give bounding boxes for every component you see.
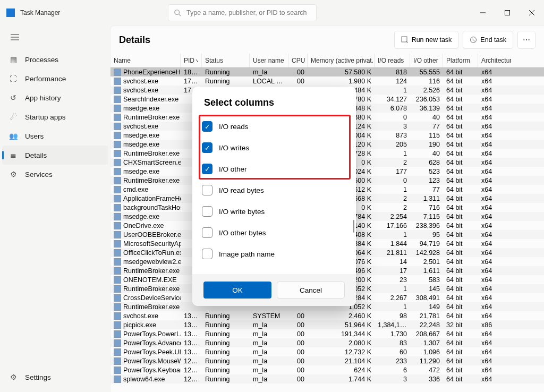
cell-name: msedge.exe (110, 132, 181, 139)
cell-io-reads: 98 (375, 312, 410, 320)
table-row[interactable]: PowerToys.Keyboard...12904Runningm_la006… (110, 365, 544, 374)
cell-platform: 64 bit (443, 69, 478, 76)
minimize-button[interactable] (471, 1, 495, 24)
cell-platform: 64 bit (443, 258, 478, 266)
table-row[interactable]: svchost.exe17072RunningLOCAL SE...001,98… (110, 76, 544, 86)
table-row[interactable]: msedge.exe3,120 K20519064 bitx64 (110, 140, 544, 149)
cell-platform: 64 bit (443, 78, 478, 85)
table-row[interactable]: msedge.exe37,004 K87311564 bitx64 (110, 131, 544, 140)
table-row[interactable]: RuntimeBroker.exe728 K14064 bitx64 (110, 149, 544, 158)
col-pid[interactable]: PID (181, 54, 202, 67)
close-button[interactable] (520, 1, 544, 24)
col-status[interactable]: Status (202, 54, 250, 67)
col-io-reads[interactable]: I/O reads (375, 54, 410, 67)
cell-pid: 13220 (181, 321, 202, 329)
table-row[interactable]: RuntimeBroker.exe1,500 K012364 bitx64 (110, 176, 544, 185)
maximize-button[interactable] (495, 1, 520, 24)
col-user[interactable]: User name (250, 54, 288, 67)
cell-io-other: 1,096 (410, 348, 443, 356)
cell-memory: 37,284 K (308, 294, 375, 302)
cell-io-other: 94,719 (410, 240, 443, 248)
nav-services[interactable]: ⚙Services (0, 165, 110, 184)
cell-name: splwow64.exe (110, 376, 181, 383)
cell-cpu: 00 (288, 357, 308, 365)
table-row[interactable]: SearchIndexer.exe26,780 K34,127236,05364… (110, 95, 544, 104)
col-name[interactable]: Name (110, 54, 181, 67)
cell-io-other: 21,781 (410, 312, 443, 320)
table-row[interactable]: splwow64.exe12856Runningm_la001,744 K333… (110, 374, 544, 384)
col-memory[interactable]: Memory (active privat... (308, 54, 375, 67)
table-row[interactable]: PowerToys.PowerLa...13112Runningm_la0019… (110, 329, 544, 338)
cell-io-other: 40 (410, 150, 443, 157)
more-icon: ⋯ (523, 36, 531, 44)
table-row[interactable]: picpick.exe13220Runningm_la0051,964 K1,3… (110, 320, 544, 329)
cell-io-other: 36,139 (410, 105, 443, 112)
process-icon (114, 357, 121, 365)
cell-io-reads: 6 (375, 367, 410, 374)
table-row[interactable]: RuntimeBroker.exe680 K04064 bitx64 (110, 113, 544, 122)
table-row[interactable]: msedgewebview2.e...1,076 K142,50164 bitx… (110, 257, 544, 266)
cell-architecture: x64 (478, 213, 511, 220)
cell-platform: 64 bit (443, 96, 478, 103)
cell-user: m_la (250, 357, 288, 365)
cell-name: CHXSmartScreen.exe (110, 159, 181, 166)
table-row[interactable]: PowerToys.MouseWi...12960Runningm_la0021… (110, 356, 544, 365)
table-row[interactable]: RuntimeBroker.exe1,052 K114564 bitx64 (110, 284, 544, 293)
hamburger-button[interactable] (5, 28, 24, 47)
more-button[interactable]: ⋯ (517, 31, 536, 49)
process-icon (114, 159, 121, 166)
table-row[interactable]: CHXSmartScreen.exe0 K262864 bitx64 (110, 158, 544, 167)
table-row[interactable]: UserOOBEBroker.exe1,408 K19564 bitx64 (110, 230, 544, 239)
table-row[interactable]: backgroundTaskHos...0 K271664 bitx64 (110, 203, 544, 212)
process-icon (114, 330, 121, 338)
maximize-icon (505, 10, 510, 15)
process-icon (114, 312, 121, 320)
col-io-other[interactable]: I/O other (410, 54, 443, 67)
table-row[interactable]: cmd.exe612 K17764 bitx64 (110, 185, 544, 194)
cell-platform: 64 bit (443, 339, 478, 347)
cell-io-other: 95 (410, 231, 443, 238)
end-task-button[interactable]: End task (463, 31, 513, 49)
nav-performance[interactable]: ⛶Performance (0, 69, 110, 88)
col-architecture[interactable]: Architectur (478, 54, 511, 67)
table-row[interactable]: msedge.exe50,348 K6,07836,13964 bitx64 (110, 104, 544, 113)
cell-io-reads: 0 (375, 114, 410, 121)
cell-architecture: x64 (478, 87, 511, 94)
table-row[interactable]: RuntimeBroker.exe1,052 K114964 bitx64 (110, 302, 544, 311)
table-row[interactable]: msedge.exe6,024 K17752364 bitx64 (110, 167, 544, 176)
table-row[interactable]: svchost.exe17024RunningSYSTEM004,484 K12… (110, 86, 544, 95)
cell-cpu: 00 (288, 312, 308, 320)
table-row[interactable]: ApplicationFrameHo...7,568 K21,31164 bit… (110, 194, 544, 203)
nav-app-history[interactable]: ↺App history (0, 88, 110, 107)
table-row[interactable]: PowerToys.Advance...13060Runningm_la002,… (110, 338, 544, 347)
col-platform[interactable]: Platform (443, 54, 478, 67)
table-row[interactable]: PhoneExperienceHo...18076Runningm_la0057… (110, 67, 544, 76)
chart-icon: ⛶ (9, 74, 18, 83)
nav-users[interactable]: 👥Users (0, 126, 110, 146)
cell-cpu: 00 (288, 78, 308, 85)
nav-details[interactable]: ≣Details (2, 146, 108, 165)
table-row[interactable]: OfficeClickToRun.exe39,064 K21,811142,92… (110, 248, 544, 257)
table-row[interactable]: svchost.exe1,124 K37764 bitx64 (110, 122, 544, 131)
run-new-task-button[interactable]: Run new task (394, 31, 459, 49)
cell-architecture: x64 (478, 249, 511, 257)
cell-memory: 8,784 K (308, 213, 375, 220)
cell-platform: 64 bit (443, 249, 478, 257)
table-row[interactable]: OneDrive.exe64,140 K17,166238,39664 bitx… (110, 221, 544, 230)
cell-io-other: 190 (410, 141, 443, 148)
nav-startup-apps[interactable]: ☄Startup apps (0, 107, 110, 126)
table-row[interactable]: PowerToys.Peek.UI.exe13000Runningm_la001… (110, 347, 544, 356)
cell-status: Running (202, 87, 250, 94)
search-input[interactable] (186, 9, 316, 16)
table-row[interactable]: RuntimeBroker.exe1,496 K171,61164 bitx64 (110, 266, 544, 275)
table-row[interactable]: svchost.exe13308RunningSYSTEM002,460 K98… (110, 311, 544, 320)
table-row[interactable]: MicrosoftSecurityAp...60,384 K1,84494,71… (110, 239, 544, 248)
search-box[interactable] (168, 4, 317, 21)
nav-processes[interactable]: ▦Processes (0, 50, 110, 69)
table-row[interactable]: msedge.exe8,784 K2,2547,11564 bitx64 (110, 212, 544, 221)
table-row[interactable]: CrossDeviceService.e...37,284 K2,267308,… (110, 293, 544, 302)
col-cpu[interactable]: CPU (288, 54, 308, 67)
table-row[interactable]: ONENOTEM.EXE1,200 K2358364 bitx64 (110, 275, 544, 284)
cell-io-other: 145 (410, 285, 443, 293)
nav-settings[interactable]: ⚙Settings (0, 368, 51, 387)
